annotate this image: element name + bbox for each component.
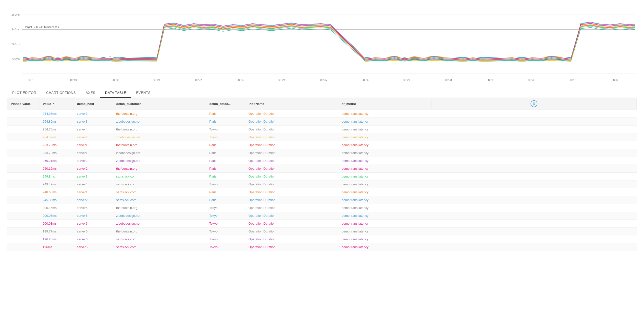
- cell-sf-metric: demo.trans.latency: [338, 110, 431, 118]
- cell-plot-name: Operation Duration: [245, 133, 338, 141]
- cell-pinned: [7, 110, 39, 118]
- cell-sf-metric: demo.trans.latency: [338, 196, 431, 204]
- table-row: 254.96ms server3 thefountain.org Paris O…: [7, 110, 637, 118]
- cell-sf-metric: demo.trans.latency: [338, 165, 431, 173]
- cell-plot-name: Operation Duration: [245, 110, 338, 118]
- cell-datac: Tokyo: [206, 235, 245, 243]
- cell-customer: thefountain.org: [113, 126, 206, 133]
- cell-plot-name: Operation Duration: [245, 141, 338, 149]
- cell-datac: Paris: [206, 149, 245, 157]
- cell-host: server6: [74, 228, 113, 235]
- table-row: 253.73ms server1 zibobodesign.net Paris …: [7, 149, 637, 157]
- cell-sf-metric: demo.trans.latency: [338, 228, 431, 235]
- table-row: 254.52ms server4 zibobodesign.net Tokyo …: [7, 133, 637, 141]
- cell-plot-name: Operation Duration: [245, 235, 338, 243]
- col-value[interactable]: Value ˅: [39, 98, 74, 110]
- cell-pinned: [7, 126, 39, 133]
- cell-plot-name: Operation Duration: [245, 220, 338, 228]
- cell-sf-metric: demo.trans.latency: [338, 204, 431, 212]
- cell-plot-name: Operation Duration: [245, 157, 338, 165]
- table-row: 200.15ms server5 thefountain.org Tokyo O…: [7, 204, 637, 212]
- cell-sf-metric: demo.trans.latency: [338, 243, 431, 251]
- cell-plot-name: Operation Duration: [245, 196, 338, 204]
- tab-events[interactable]: EVENTS: [131, 88, 155, 98]
- cell-pinned: [7, 157, 39, 165]
- cell-sf-metric: demo.trans.latency: [338, 220, 431, 228]
- cell-plot-name: Operation Duration: [245, 243, 338, 251]
- cell-pinned: [7, 149, 39, 157]
- cell-customer: samslack.com: [113, 188, 206, 196]
- cell-value: 200.05ms: [39, 212, 74, 220]
- cell-value: 196.26ms: [39, 235, 74, 243]
- table-row: 249.49ms server4 samslack.com Tokyo Oper…: [7, 180, 637, 188]
- tab-data-table[interactable]: DATA TABLE: [100, 88, 131, 98]
- cell-pinned: [7, 188, 39, 196]
- cell-customer: zibobodesign.net: [113, 212, 206, 220]
- cell-datac: Paris: [206, 165, 245, 173]
- cell-datac: Tokyo: [206, 204, 245, 212]
- chart-svg: 260ms 240ms 220ms 200ms Target SLO 240 M…: [7, 10, 637, 86]
- table-row: 253.73ms server1 thefountain.org Paris O…: [7, 141, 637, 149]
- col-download: ⬇: [431, 98, 637, 110]
- cell-datac: Tokyo: [206, 126, 245, 133]
- cell-action: [431, 126, 637, 133]
- cell-datac: Paris: [206, 118, 245, 126]
- cell-customer: zibobodesign.net: [113, 118, 206, 126]
- table-row: 250.21ms server2 zibobodesign.net Paris …: [7, 157, 637, 165]
- cell-pinned: [7, 165, 39, 173]
- cell-host: server1: [74, 188, 113, 196]
- cell-pinned: [7, 212, 39, 220]
- cell-customer: samslack.com: [113, 196, 206, 204]
- cell-plot-name: Operation Duration: [245, 188, 338, 196]
- cell-value: 254.96ms: [39, 110, 74, 118]
- cell-customer: thefountain.org: [113, 110, 206, 118]
- cell-pinned: [7, 228, 39, 235]
- cell-plot-name: Operation Duration: [245, 149, 338, 157]
- cell-value: 254.52ms: [39, 133, 74, 141]
- cell-host: server1: [74, 149, 113, 157]
- table-row: 254.89ms server3 zibobodesign.net Paris …: [7, 118, 637, 126]
- col-demo-datac: demo_datac...: [206, 98, 245, 110]
- cell-action: [431, 133, 637, 141]
- cell-pinned: [7, 220, 39, 228]
- table-row: 196ms server5 samslack.com Tokyo Operati…: [7, 243, 637, 251]
- svg-text:220ms: 220ms: [12, 43, 20, 46]
- cell-host: server6: [74, 220, 113, 228]
- cell-action: [431, 228, 637, 235]
- tab-axes[interactable]: AXES: [80, 88, 100, 98]
- download-button[interactable]: ⬇: [530, 100, 538, 107]
- cell-plot-name: Operation Duration: [245, 228, 338, 235]
- cell-customer: samslack.com: [113, 235, 206, 243]
- cell-action: [431, 235, 637, 243]
- col-plot-name: Plot Name: [245, 98, 338, 110]
- cell-pinned: [7, 141, 39, 149]
- svg-text:Target SLO 240 Milliseconds: Target SLO 240 Milliseconds: [24, 26, 59, 29]
- table-row: 250.12ms server2 thefountain.org Paris O…: [7, 165, 637, 173]
- cell-datac: Paris: [206, 196, 245, 204]
- cell-value: 200.15ms: [39, 204, 74, 212]
- cell-action: [431, 165, 637, 173]
- cell-host: server3: [74, 110, 113, 118]
- cell-datac: Paris: [206, 157, 245, 165]
- cell-host: server1: [74, 141, 113, 149]
- cell-datac: Paris: [206, 110, 245, 118]
- cell-action: [431, 157, 637, 165]
- sort-icon: ˅: [53, 103, 54, 105]
- svg-text:240ms: 240ms: [12, 28, 20, 31]
- cell-value: 249.8ms: [39, 173, 74, 180]
- cell-plot-name: Operation Duration: [245, 126, 338, 133]
- cell-pinned: [7, 118, 39, 126]
- cell-pinned: [7, 204, 39, 212]
- cell-value: 196ms: [39, 243, 74, 251]
- cell-value: 248.66ms: [39, 188, 74, 196]
- cell-customer: zibobodesign.net: [113, 220, 206, 228]
- svg-text:08:24: 08:24: [278, 79, 285, 81]
- svg-text:08:21: 08:21: [154, 79, 160, 81]
- tab-chart-options[interactable]: CHART OPTIONS: [41, 88, 80, 98]
- cell-action: [431, 110, 637, 118]
- tab-plot-editor[interactable]: PLOT EDITOR: [7, 88, 41, 98]
- svg-text:260ms: 260ms: [12, 13, 20, 16]
- cell-host: server3: [74, 173, 113, 180]
- svg-text:08:23: 08:23: [237, 79, 244, 81]
- cell-sf-metric: demo.trans.latency: [338, 188, 431, 196]
